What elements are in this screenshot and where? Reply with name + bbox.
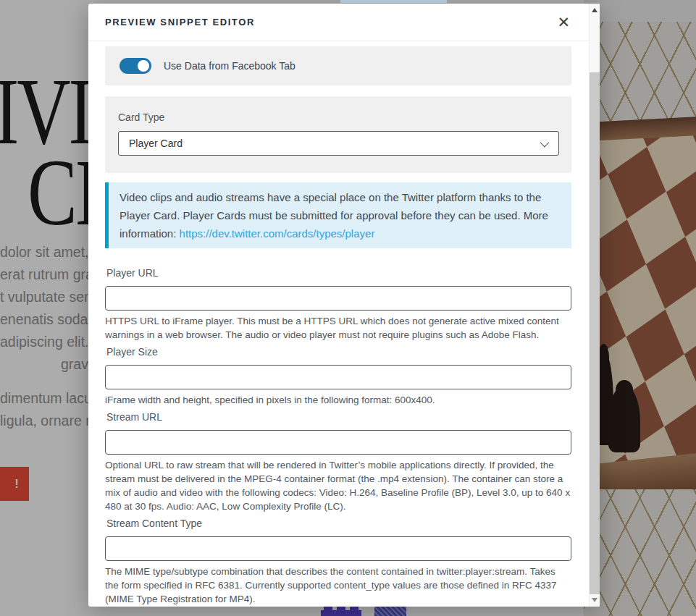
player-url-input[interactable] xyxy=(105,286,571,311)
modal-title: PREVIEW SNIPPET EDITOR xyxy=(105,17,255,28)
facebook-data-toggle[interactable] xyxy=(120,58,151,74)
modal-header: PREVIEW SNIPPET EDITOR ✕ xyxy=(88,4,600,41)
field-player-size: Player Size iFrame width and height, spe… xyxy=(105,346,571,407)
stream-content-type-input[interactable] xyxy=(105,536,571,561)
stream-url-label: Stream URL xyxy=(106,411,571,423)
modal-scrollbar[interactable] xyxy=(589,4,600,607)
toggle-knob xyxy=(138,60,149,72)
player-size-input[interactable] xyxy=(105,365,571,389)
player-url-label: Player URL xyxy=(106,267,571,279)
background-cta-button: ! xyxy=(0,467,29,501)
artdeco-floor-pattern xyxy=(584,489,696,616)
facebook-data-toggle-row: Use Data from Facebook Tab xyxy=(105,46,571,85)
facebook-data-toggle-label: Use Data from Facebook Tab xyxy=(164,60,295,72)
artdeco-wall-pattern xyxy=(584,22,696,125)
scrollbar-thumb[interactable] xyxy=(590,72,600,594)
rook-icon xyxy=(374,606,406,616)
hero-chess-photo xyxy=(584,0,696,616)
crown-icon xyxy=(321,605,361,616)
player-size-help: iFrame width and height, specified in pi… xyxy=(105,393,571,407)
notice-link[interactable]: https://dev.twitter.com/cards/types/play… xyxy=(180,227,375,240)
card-type-label: Card Type xyxy=(118,111,559,123)
background-highlight-bar xyxy=(340,0,447,3)
player-card-notice: Video clips and audio streams have a spe… xyxy=(105,182,571,248)
modal-body: Use Data from Facebook Tab Card Type Pla… xyxy=(88,41,600,606)
card-type-panel: Card Type Player Card xyxy=(105,96,571,173)
chevron-down-icon xyxy=(540,138,550,147)
scrollbar-up-arrow-icon[interactable] xyxy=(592,8,598,12)
stream-url-input[interactable] xyxy=(105,430,571,455)
chess-pawn-front xyxy=(608,386,640,452)
player-url-help: HTTPS URL to iFrame player. This must be… xyxy=(105,314,571,342)
close-icon[interactable]: ✕ xyxy=(557,14,570,30)
field-stream-content-type: Stream Content Type The MIME type/subtyp… xyxy=(105,518,571,606)
stream-url-help: Optional URL to raw stream that will be … xyxy=(105,458,571,513)
stream-content-type-label: Stream Content Type xyxy=(106,518,571,529)
twitter-card-fields: Player URL HTTPS URL to iFrame player. T… xyxy=(105,267,571,606)
player-size-label: Player Size xyxy=(106,346,571,358)
card-type-select[interactable]: Player Card xyxy=(118,131,559,156)
scrollbar-down-arrow-icon[interactable] xyxy=(592,598,598,602)
preview-snippet-editor-modal: PREVIEW SNIPPET EDITOR ✕ Use Data from F… xyxy=(88,4,600,607)
card-type-selected-value: Player Card xyxy=(129,138,183,149)
field-stream-url: Stream URL Optional URL to raw stream th… xyxy=(105,411,571,513)
background-heading-line-2: CI xyxy=(28,145,98,240)
background-footer-strip xyxy=(0,607,600,616)
field-player-url: Player URL HTTPS URL to iFrame player. T… xyxy=(105,267,571,342)
stream-content-type-help: The MIME type/subtype combination that d… xyxy=(105,565,571,606)
